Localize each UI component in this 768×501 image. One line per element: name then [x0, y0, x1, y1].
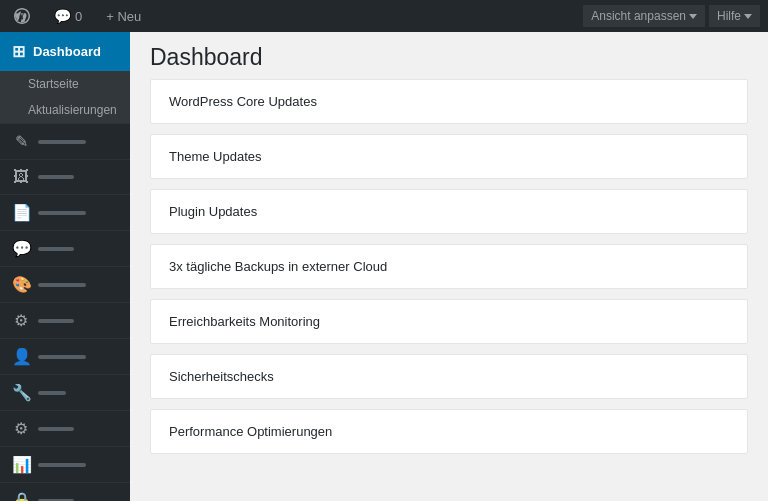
- adminbar-new-item[interactable]: + Neu: [100, 0, 147, 32]
- sidebar-item-dashboard[interactable]: ⊞ Dashboard: [0, 32, 130, 71]
- menu-line: [38, 391, 66, 395]
- menu-line: [38, 211, 86, 215]
- page-title: Dashboard: [150, 44, 263, 71]
- medien-icon: 🖼: [12, 168, 30, 186]
- dashboard-icon: ⊞: [12, 42, 25, 61]
- benutzer-icon: 👤: [12, 347, 30, 366]
- content-area: WordPress Core Updates Theme Updates Plu…: [130, 79, 768, 484]
- update-box-label: WordPress Core Updates: [169, 94, 317, 109]
- sidebar-item-seo[interactable]: 📊: [0, 446, 130, 482]
- einstellungen-icon: ⚙: [12, 419, 30, 438]
- update-box-theme[interactable]: Theme Updates: [150, 134, 748, 179]
- new-label: + Neu: [106, 9, 141, 24]
- menu-line: [38, 463, 86, 467]
- update-box-label: Plugin Updates: [169, 204, 257, 219]
- ansicht-anpassen-button[interactable]: Ansicht anpassen: [583, 5, 705, 27]
- seiten-icon: 📄: [12, 203, 30, 222]
- update-box-label: Performance Optimierungen: [169, 424, 332, 439]
- menu-line: [38, 140, 86, 144]
- sidebar-item-plugins[interactable]: ⚙: [0, 302, 130, 338]
- sidebar-item-medien[interactable]: 🖼: [0, 159, 130, 194]
- update-box-label: Sicherheitschecks: [169, 369, 274, 384]
- sidebar-item-seiten[interactable]: 📄: [0, 194, 130, 230]
- comment-count: 0: [75, 9, 82, 24]
- sidebar-item-einstellungen[interactable]: ⚙: [0, 410, 130, 446]
- beitraege-icon: ✎: [12, 132, 30, 151]
- werkzeuge-icon: 🔧: [12, 383, 30, 402]
- admin-menu: ⊞ Dashboard Startseite Aktualisierungen …: [0, 32, 130, 501]
- page-header: Dashboard: [130, 32, 768, 79]
- sidebar-item-aktualisierungen[interactable]: Aktualisierungen: [0, 97, 130, 123]
- appearance-icon: 🎨: [12, 275, 30, 294]
- plugins-icon: ⚙: [12, 311, 30, 330]
- menu-line: [38, 175, 74, 179]
- seo-icon: 📊: [12, 455, 30, 474]
- sidebar-item-kommentare[interactable]: 💬: [0, 230, 130, 266]
- adminbar-comment-item[interactable]: 💬 0: [48, 0, 88, 32]
- sidebar-dashboard-label: Dashboard: [33, 44, 101, 59]
- main-content: Dashboard WordPress Core Updates Theme U…: [130, 32, 768, 501]
- chevron-down-icon: [744, 14, 752, 19]
- menu-line: [38, 427, 74, 431]
- update-box-monitoring[interactable]: Erreichbarkeits Monitoring: [150, 299, 748, 344]
- update-box-label: Erreichbarkeits Monitoring: [169, 314, 320, 329]
- kommentare-icon: 💬: [12, 239, 30, 258]
- update-box-wordpress-core[interactable]: WordPress Core Updates: [150, 79, 748, 124]
- wp-logo[interactable]: [8, 2, 36, 30]
- adminbar-right: Ansicht anpassen Hilfe: [583, 5, 760, 27]
- sidebar-submenu: Startseite Aktualisierungen: [0, 71, 130, 123]
- menu-line: [38, 355, 86, 359]
- sidebar-item-appearance[interactable]: 🎨: [0, 266, 130, 302]
- update-box-backups[interactable]: 3x tägliche Backups in externer Cloud: [150, 244, 748, 289]
- sidebar-item-extra1[interactable]: 🔒: [0, 482, 130, 501]
- menu-line: [38, 283, 86, 287]
- sidebar-item-benutzer[interactable]: 👤: [0, 338, 130, 374]
- sidebar-item-werkzeuge[interactable]: 🔧: [0, 374, 130, 410]
- sidebar-item-beitraege[interactable]: ✎: [0, 123, 130, 159]
- menu-line: [38, 319, 74, 323]
- chevron-down-icon: [689, 14, 697, 19]
- comment-icon: 💬: [54, 8, 71, 24]
- hilfe-button[interactable]: Hilfe: [709, 5, 760, 27]
- update-box-performance[interactable]: Performance Optimierungen: [150, 409, 748, 454]
- update-box-label: Theme Updates: [169, 149, 262, 164]
- wp-wrap: ⊞ Dashboard Startseite Aktualisierungen …: [0, 32, 768, 501]
- menu-line: [38, 247, 74, 251]
- sidebar-item-startseite[interactable]: Startseite: [0, 71, 130, 97]
- update-box-plugin[interactable]: Plugin Updates: [150, 189, 748, 234]
- update-box-security[interactable]: Sicherheitschecks: [150, 354, 748, 399]
- extra1-icon: 🔒: [12, 491, 30, 501]
- update-box-label: 3x tägliche Backups in externer Cloud: [169, 259, 387, 274]
- admin-bar: 💬 0 + Neu Ansicht anpassen Hilfe: [0, 0, 768, 32]
